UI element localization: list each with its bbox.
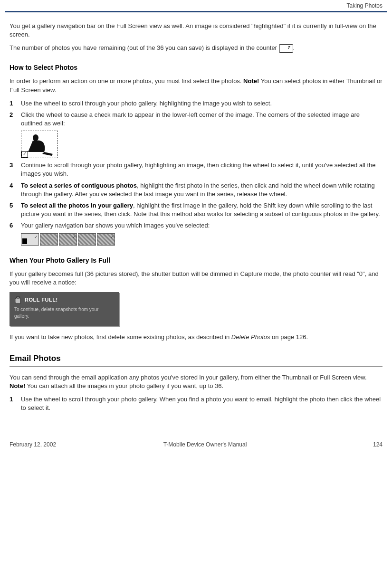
- section-gallery-full: When Your Photo Gallery Is Full: [10, 256, 382, 266]
- list-item: 4To select a series of contiguous photos…: [10, 181, 382, 199]
- intro-paragraph-1: You get a gallery navigation bar on the …: [10, 22, 382, 39]
- svg-point-1: [33, 134, 38, 141]
- nav-thumb: [78, 233, 96, 246]
- gallery-full-paragraph: If your gallery becomes full (36 picture…: [10, 270, 382, 287]
- email-steps: 1Use the wheel to scroll through your ph…: [10, 395, 382, 412]
- page-footer: February 12, 2002 T-Mobile Device Owner'…: [0, 441, 392, 449]
- list-item: 6Your gallery navigation bar shows you w…: [10, 221, 382, 230]
- svg-rect-2: [16, 298, 20, 303]
- section-how-to-select: How to Select Photos: [10, 63, 382, 73]
- email-intro: You can send through the email applicati…: [10, 373, 382, 390]
- footer-date: February 12, 2002: [10, 441, 56, 449]
- roll-full-notice: ROLL FULL! To continue, delete snapshots…: [10, 292, 119, 326]
- list-item: 2Click the wheel to cause a check mark t…: [10, 111, 382, 128]
- nav-thumb: ✓: [21, 233, 39, 246]
- svg-rect-4: [15, 299, 16, 303]
- list-item: 5To select all the photos in your galler…: [10, 201, 382, 218]
- gallery-full-paragraph-2: If you want to take new photos, first de…: [10, 333, 382, 341]
- heading-rule: [10, 366, 382, 367]
- counter-icon: [279, 44, 293, 53]
- nav-thumb: ✓: [59, 233, 77, 246]
- nav-thumb: [40, 233, 58, 246]
- select-intro: In order to perform an action on one or …: [10, 77, 382, 94]
- nav-thumb: ✓: [97, 233, 115, 246]
- list-item: 1Use the wheel to scroll through your ph…: [10, 99, 382, 108]
- list-item: 3Continue to scroll through your photo g…: [10, 161, 382, 178]
- select-steps: 1Use the wheel to scroll through your ph…: [10, 99, 382, 128]
- section-email-photos: Email Photos: [10, 353, 382, 364]
- checkmark-icon: ✓: [21, 151, 28, 158]
- list-item: 1Use the wheel to scroll through your ph…: [10, 395, 382, 412]
- footer-page-number: 124: [354, 441, 382, 449]
- svg-rect-3: [17, 297, 19, 298]
- notice-body: To continue, delete snapshots from your …: [14, 306, 114, 320]
- select-steps-cont: 3Continue to scroll through your photo g…: [10, 161, 382, 230]
- footer-manual-title: T-Mobile Device Owner's Manual: [56, 441, 354, 449]
- navbar-thumbnail-strip: ✓ ✓ ✓: [21, 233, 382, 246]
- header-breadcrumb: Taking Photos: [347, 2, 382, 10]
- intro-paragraph-2: The number of photos you have remaining …: [10, 44, 382, 53]
- film-roll-icon: [14, 296, 22, 304]
- top-rule: [5, 11, 387, 12]
- delete-photos-link: Delete Photos: [231, 333, 270, 341]
- selected-thumbnail-illustration: ✓: [21, 131, 58, 158]
